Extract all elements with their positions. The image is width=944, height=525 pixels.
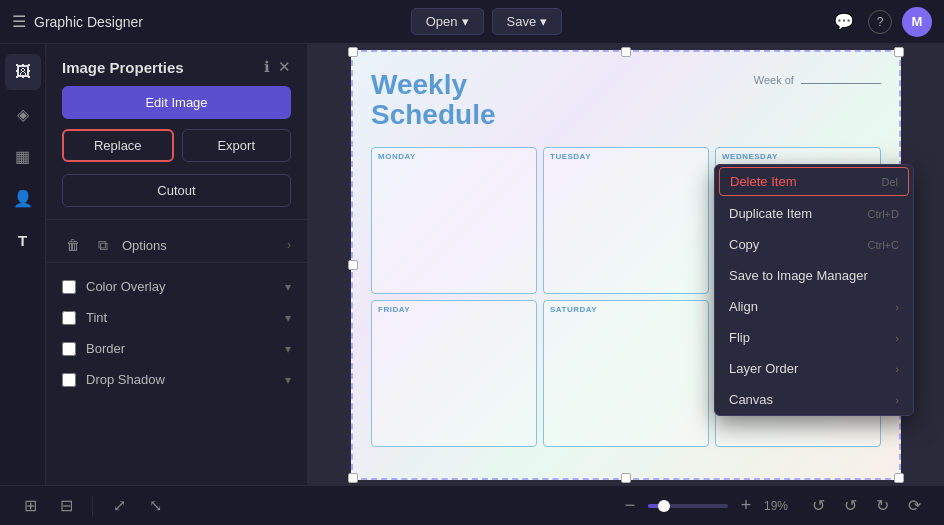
trash-icon[interactable]: 🗑	[62, 234, 84, 256]
context-flip-item[interactable]: Flip ›	[715, 322, 913, 353]
sidebar-item-layout[interactable]: ▦	[5, 138, 41, 174]
info-icon[interactable]: ℹ	[264, 58, 270, 76]
options-chevron-icon: ›	[287, 238, 291, 252]
schedule-header: Weekly Schedule Week of	[371, 70, 881, 132]
context-canvas-item[interactable]: Canvas ›	[715, 384, 913, 415]
schedule-title: Weekly Schedule	[371, 70, 495, 132]
zoom-in-button[interactable]: +	[734, 494, 758, 518]
drop-shadow-row[interactable]: Drop Shadow ▾	[46, 364, 307, 395]
schedule-cell-monday: Monday	[371, 147, 537, 294]
tint-chevron-icon: ▾	[285, 311, 291, 325]
copy-shortcut: Ctrl+C	[868, 239, 899, 251]
tint-label: Tint	[86, 310, 275, 325]
history-icon[interactable]: ⟳	[900, 492, 928, 520]
save-button[interactable]: Save ▾	[492, 8, 563, 35]
border-label: Border	[86, 341, 275, 356]
zoom-slider[interactable]	[648, 504, 728, 508]
canvas-chevron-icon: ›	[895, 394, 899, 406]
context-layer-order-item[interactable]: Layer Order ›	[715, 353, 913, 384]
week-of-line	[801, 83, 881, 84]
week-of: Week of	[754, 70, 881, 86]
panel-header-icons: ℹ ✕	[264, 58, 291, 76]
schedule-cell-friday: Friday	[371, 300, 537, 447]
app-title: Graphic Designer	[34, 14, 143, 30]
help-icon[interactable]: ?	[868, 10, 892, 34]
properties-panel: Image Properties ℹ ✕ Edit Image Replace …	[46, 44, 308, 485]
schedule-cell-saturday: Saturday	[543, 300, 709, 447]
refresh-icon[interactable]: ↺	[804, 492, 832, 520]
sidebar-item-shapes[interactable]: ◈	[5, 96, 41, 132]
expand-icon[interactable]: ⤢	[105, 492, 133, 520]
context-align-item[interactable]: Align ›	[715, 291, 913, 322]
divider2	[46, 262, 307, 263]
color-overlay-row[interactable]: Color Overlay ▾	[46, 271, 307, 302]
schedule-cell-tuesday: Tuesday	[543, 147, 709, 294]
separator1	[92, 496, 93, 516]
border-checkbox[interactable]	[62, 342, 76, 356]
layers-icon[interactable]: ⊞	[16, 492, 44, 520]
sidebar-item-text[interactable]: T	[5, 222, 41, 258]
main-layout: 🖼 ◈ ▦ 👤 T Image Properties ℹ ✕ Edit Imag…	[0, 44, 944, 485]
context-save-to-image-manager-item[interactable]: Save to Image Manager	[715, 260, 913, 291]
menu-icon[interactable]: ☰	[12, 12, 26, 31]
drop-shadow-checkbox[interactable]	[62, 373, 76, 387]
chat-icon[interactable]: 💬	[830, 8, 858, 36]
align-chevron-icon: ›	[895, 301, 899, 313]
replace-export-row: Replace Export	[62, 129, 291, 162]
avatar[interactable]: M	[902, 7, 932, 37]
panel-title: Image Properties	[62, 59, 184, 76]
drop-shadow-label: Drop Shadow	[86, 372, 275, 387]
panel-header: Image Properties ℹ ✕	[46, 44, 307, 86]
context-delete-item[interactable]: Delete Item Del	[719, 167, 909, 196]
tint-row[interactable]: Tint ▾	[46, 302, 307, 333]
topbar-right: 💬 ? M	[830, 7, 932, 37]
context-menu: Delete Item Del Duplicate Item Ctrl+D Co…	[714, 164, 914, 416]
topbar-center: Open ▾ Save ▾	[411, 8, 562, 35]
zoom-slider-thumb[interactable]	[658, 500, 670, 512]
delete-shortcut: Del	[881, 176, 898, 188]
flip-chevron-icon: ›	[895, 332, 899, 344]
border-chevron-icon: ▾	[285, 342, 291, 356]
grid-icon[interactable]: ⊟	[52, 492, 80, 520]
divider	[46, 219, 307, 220]
color-overlay-checkbox[interactable]	[62, 280, 76, 294]
duplicate-shortcut: Ctrl+D	[868, 208, 899, 220]
zoom-label: 19%	[764, 499, 796, 513]
zoom-out-button[interactable]: −	[618, 494, 642, 518]
close-icon[interactable]: ✕	[278, 58, 291, 76]
bottom-right-icons: ↺ ↺ ↻ ⟳	[804, 492, 928, 520]
context-duplicate-item[interactable]: Duplicate Item Ctrl+D	[715, 198, 913, 229]
drop-shadow-chevron-icon: ▾	[285, 373, 291, 387]
edit-image-button[interactable]: Edit Image	[62, 86, 291, 119]
duplicate-icon[interactable]: ⧉	[92, 234, 114, 256]
tint-checkbox[interactable]	[62, 311, 76, 325]
cutout-button[interactable]: Cutout	[62, 174, 291, 207]
replace-button[interactable]: Replace	[62, 129, 174, 162]
context-copy-item[interactable]: Copy Ctrl+C	[715, 229, 913, 260]
color-overlay-chevron-icon: ▾	[285, 280, 291, 294]
redo-icon[interactable]: ↻	[868, 492, 896, 520]
options-label[interactable]: Options	[122, 238, 279, 253]
topbar: ☰ Graphic Designer Open ▾ Save ▾ 💬 ? M	[0, 0, 944, 44]
layer-order-chevron-icon: ›	[895, 363, 899, 375]
border-row[interactable]: Border ▾	[46, 333, 307, 364]
sidebar-item-image[interactable]: 🖼	[5, 54, 41, 90]
topbar-left: ☰ Graphic Designer	[12, 12, 143, 31]
options-row[interactable]: 🗑 ⧉ Options ›	[46, 228, 307, 262]
shrink-icon[interactable]: ⤡	[141, 492, 169, 520]
open-button[interactable]: Open ▾	[411, 8, 484, 35]
icon-sidebar: 🖼 ◈ ▦ 👤 T	[0, 44, 46, 485]
sidebar-item-people[interactable]: 👤	[5, 180, 41, 216]
canvas-area[interactable]: Weekly Schedule Week of Monday Tuesday	[308, 44, 944, 485]
color-overlay-label: Color Overlay	[86, 279, 275, 294]
bottom-toolbar: ⊞ ⊟ ⤢ ⤡ − + 19% ↺ ↺ ↻ ⟳	[0, 485, 944, 525]
undo-icon[interactable]: ↺	[836, 492, 864, 520]
export-button[interactable]: Export	[182, 129, 292, 162]
zoom-controls: − + 19%	[618, 494, 796, 518]
